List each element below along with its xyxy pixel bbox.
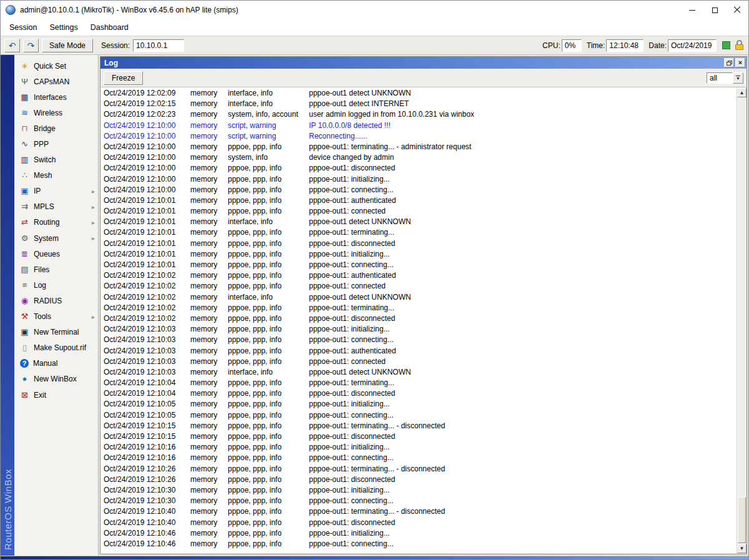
log-row[interactable]: Oct/24/2019 12:10:01 memory pppoe, ppp, … (100, 249, 737, 260)
sidebar-item[interactable]: ≡ Log ▸ (14, 277, 98, 293)
restore-icon (727, 61, 732, 66)
log-row[interactable]: Oct/24/2019 12:10:15 memory pppoe, ppp, … (100, 431, 737, 442)
log-row[interactable]: Oct/24/2019 12:10:40 memory pppoe, ppp, … (100, 518, 737, 528)
log-time-cell: Oct/24/2019 12:10:02 (100, 270, 190, 281)
log-row[interactable]: Oct/24/2019 12:02:15 memory interface, i… (100, 99, 737, 109)
log-row[interactable]: Oct/24/2019 12:10:46 memory pppoe, ppp, … (100, 528, 737, 539)
log-row[interactable]: Oct/24/2019 12:10:01 memory pppoe, ppp, … (100, 195, 737, 206)
freeze-button[interactable]: Freeze (104, 71, 143, 85)
log-row[interactable]: Oct/24/2019 12:10:16 memory pppoe, ppp, … (100, 442, 737, 453)
log-row[interactable]: Oct/24/2019 12:10:01 memory interface, i… (100, 217, 737, 227)
log-window-titlebar[interactable]: Log × (100, 57, 747, 69)
sidebar-item[interactable]: ◉ RADIUS ▸ (14, 293, 98, 308)
vertical-scrollbar[interactable]: ▲ ▼ (737, 87, 747, 554)
log-row[interactable]: Oct/24/2019 12:10:03 memory interface, i… (100, 367, 737, 378)
log-restore-button[interactable] (724, 58, 734, 67)
sidebar-item[interactable]: Ψ CAPsMAN ▸ (14, 74, 98, 89)
sidebar-item-label: Mesh (34, 171, 87, 180)
sidebar-item[interactable]: ▤ Files ▸ (14, 262, 98, 277)
log-buffer-cell: memory (190, 185, 228, 195)
log-row[interactable]: Oct/24/2019 12:10:00 memory pppoe, ppp, … (100, 163, 737, 174)
time-label: Time: (587, 41, 605, 50)
safe-mode-button[interactable]: Safe Mode (42, 39, 93, 52)
log-close-button[interactable]: × (735, 58, 745, 67)
log-row[interactable]: Oct/24/2019 12:10:15 memory pppoe, ppp, … (100, 421, 737, 431)
log-filter-value[interactable]: all (707, 72, 733, 84)
log-message-cell: pppoe-out1: initializing... (309, 249, 737, 260)
sidebar-item[interactable]: ⊠ Exit ▸ (14, 387, 98, 403)
log-row[interactable]: Oct/24/2019 12:10:00 memory pppoe, ppp, … (100, 174, 737, 185)
log-row[interactable]: Oct/24/2019 12:10:00 memory pppoe, ppp, … (100, 142, 737, 152)
log-filter-dropdown-button[interactable]: ▼ (733, 72, 743, 84)
log-row[interactable]: Oct/24/2019 12:10:03 memory pppoe, ppp, … (100, 356, 737, 367)
sidebar-item[interactable]: ∗ Quick Set ▸ (14, 58, 98, 74)
sidebar-item[interactable]: ⇄ Routing ▸ (14, 215, 98, 230)
log-row[interactable]: Oct/24/2019 12:10:02 memory pppoe, ppp, … (100, 270, 737, 281)
log-row[interactable]: Oct/24/2019 12:10:00 memory script, warn… (100, 131, 737, 142)
log-row[interactable]: Oct/24/2019 12:02:09 memory interface, i… (100, 88, 737, 99)
close-button[interactable] (726, 1, 748, 19)
log-row[interactable]: Oct/24/2019 12:10:05 memory pppoe, ppp, … (100, 410, 737, 421)
log-row[interactable]: Oct/24/2019 12:10:02 memory pppoe, ppp, … (100, 313, 737, 324)
sidebar-item[interactable]: ∿ PPP ▸ (14, 136, 98, 152)
log-row[interactable]: Oct/24/2019 12:10:00 memory system, info… (100, 152, 737, 163)
minimize-button[interactable] (681, 1, 703, 19)
menu-item[interactable]: Session (3, 21, 43, 34)
log-row[interactable]: Oct/24/2019 12:10:02 memory interface, i… (100, 292, 737, 303)
log-row[interactable]: Oct/24/2019 12:10:03 memory pppoe, ppp, … (100, 346, 737, 356)
log-row[interactable]: Oct/24/2019 12:10:01 memory pppoe, ppp, … (100, 260, 737, 270)
log-row[interactable]: Oct/24/2019 12:10:01 memory pppoe, ppp, … (100, 238, 737, 249)
sidebar-item-label: New WinBox (34, 375, 87, 383)
sidebar-item[interactable]: ≣ Queues ▸ (14, 246, 98, 262)
log-row[interactable]: Oct/24/2019 12:10:04 memory pppoe, ppp, … (100, 378, 737, 388)
log-row[interactable]: Oct/24/2019 12:10:01 memory pppoe, ppp, … (100, 206, 737, 217)
log-message-cell: pppoe-out1: initializing... (309, 399, 737, 410)
sidebar-item[interactable]: ▯ Make Supout.rif ▸ (14, 340, 98, 356)
redo-button[interactable]: ↷ (23, 39, 39, 52)
log-row[interactable]: Oct/24/2019 12:10:16 memory pppoe, ppp, … (100, 453, 737, 463)
sidebar-item-icon: ⊠ (20, 390, 29, 400)
sidebar-item[interactable]: ▣ IP ▸ (14, 184, 98, 199)
log-row[interactable]: Oct/24/2019 12:10:26 memory pppoe, ppp, … (100, 464, 737, 474)
log-row[interactable]: Oct/24/2019 12:10:05 memory pppoe, ppp, … (100, 399, 737, 410)
log-row[interactable]: Oct/24/2019 12:10:04 memory pppoe, ppp, … (100, 388, 737, 399)
log-row[interactable]: Oct/24/2019 12:10:03 memory pppoe, ppp, … (100, 324, 737, 335)
log-row[interactable]: Oct/24/2019 12:10:00 memory script, warn… (100, 120, 737, 131)
log-time-cell: Oct/24/2019 12:10:01 (100, 206, 190, 217)
log-row[interactable]: Oct/24/2019 12:10:46 memory pppoe, ppp, … (100, 539, 737, 549)
sidebar-item[interactable]: ▦ Interfaces ▸ (14, 89, 98, 105)
sidebar-item-icon: ∿ (20, 139, 29, 149)
log-row[interactable]: Oct/24/2019 12:10:03 memory pppoe, ppp, … (100, 335, 737, 345)
sidebar-item[interactable]: ⚙ System ▸ (14, 230, 98, 246)
log-row[interactable]: Oct/24/2019 12:10:00 memory pppoe, ppp, … (100, 185, 737, 195)
log-row[interactable]: Oct/24/2019 12:10:02 memory pppoe, ppp, … (100, 281, 737, 292)
sidebar-item[interactable]: ≋ Wireless ▸ (14, 105, 98, 120)
log-row[interactable]: Oct/24/2019 12:10:26 memory pppoe, ppp, … (100, 474, 737, 485)
undo-button[interactable]: ↶ (4, 39, 20, 52)
menu-item[interactable]: Dashboard (84, 21, 135, 34)
session-input[interactable]: 10.10.0.1 (133, 39, 184, 52)
log-row[interactable]: Oct/24/2019 12:02:23 memory system, info… (100, 109, 737, 120)
log-time-cell: Oct/24/2019 12:10:00 (100, 163, 190, 174)
scrollbar-thumb[interactable] (738, 497, 746, 543)
sidebar-item[interactable]: ▥ Switch ▸ (14, 152, 98, 168)
log-time-cell: Oct/24/2019 12:10:00 (100, 120, 190, 131)
menu-item[interactable]: Settings (43, 21, 84, 34)
log-row[interactable]: Oct/24/2019 12:10:30 memory pppoe, ppp, … (100, 485, 737, 496)
sidebar-item[interactable]: ⇉ MPLS ▸ (14, 199, 98, 215)
sidebar-item[interactable]: ⊓ Bridge ▸ (14, 120, 98, 136)
sidebar-item[interactable]: ∴ Mesh ▸ (14, 168, 98, 184)
sidebar-item[interactable]: ? Manual ▸ (14, 356, 98, 371)
sidebar-item[interactable]: ● New WinBox ▸ (14, 371, 98, 387)
sidebar-item[interactable]: ▣ New Terminal ▸ (14, 325, 98, 340)
log-time-cell: Oct/24/2019 12:10:05 (100, 410, 190, 421)
log-row[interactable]: Oct/24/2019 12:10:01 memory pppoe, ppp, … (100, 227, 737, 238)
scroll-up-button[interactable]: ▲ (737, 88, 747, 97)
log-row[interactable]: Oct/24/2019 12:10:40 memory pppoe, ppp, … (100, 506, 737, 517)
log-row[interactable]: Oct/24/2019 12:10:30 memory pppoe, ppp, … (100, 496, 737, 506)
log-row[interactable]: Oct/24/2019 12:10:02 memory pppoe, ppp, … (100, 303, 737, 313)
maximize-button[interactable] (703, 1, 726, 19)
scroll-down-button[interactable]: ▼ (737, 544, 747, 553)
sidebar-item-icon: ● (20, 374, 29, 384)
sidebar-item[interactable]: ⚒ Tools ▸ (14, 309, 98, 325)
